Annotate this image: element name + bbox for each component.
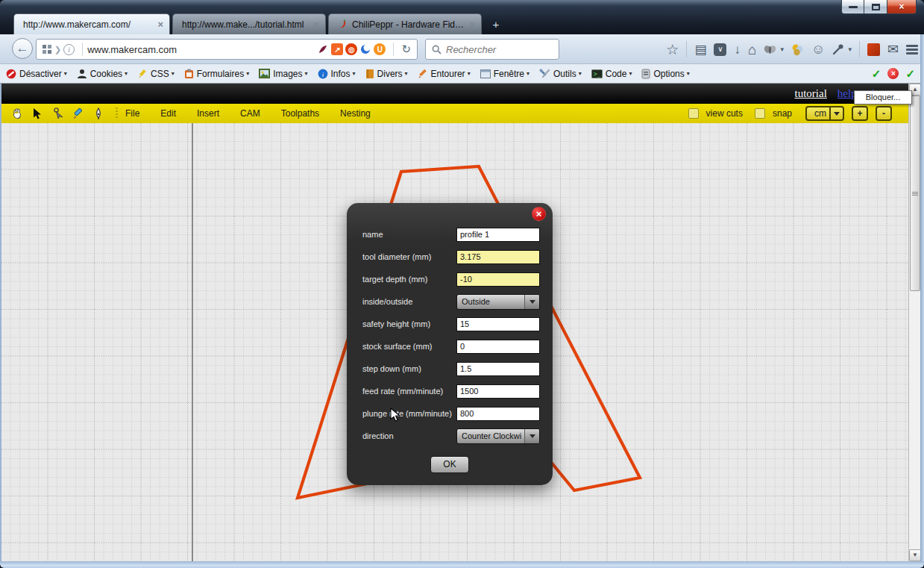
view-cuts-checkbox[interactable] <box>688 108 699 119</box>
moth-addon-icon[interactable] <box>764 44 776 55</box>
direction-dropdown[interactable]: Counter Clockwi <box>456 428 540 444</box>
devbar-item-view-source[interactable]: >_ Code▾ <box>591 69 632 79</box>
close-window-button[interactable]: × <box>887 0 917 14</box>
devbar-item-miscellaneous[interactable]: Divers▾ <box>365 69 408 79</box>
field-label: name <box>362 230 456 239</box>
scrollbar-thumb[interactable] <box>910 96 920 291</box>
tools-icon <box>539 69 550 79</box>
mail-icon[interactable]: ✉ <box>887 43 899 56</box>
target-depth-input[interactable] <box>456 272 540 287</box>
divider <box>116 107 118 119</box>
new-tab-button[interactable]: + <box>487 17 505 32</box>
menu-nesting[interactable]: Nesting <box>340 108 371 119</box>
snap-label: snap <box>773 108 792 119</box>
step-down-input[interactable] <box>456 362 540 376</box>
chevron-down-icon <box>524 295 539 309</box>
menu-edit[interactable]: Edit <box>160 108 176 119</box>
devbar-item-disable[interactable]: Désactiver▾ <box>6 69 67 79</box>
units-value: cm <box>807 108 829 119</box>
safety-height-input[interactable] <box>456 317 540 331</box>
snap-checkbox[interactable] <box>755 108 765 119</box>
stock-surface-input[interactable] <box>456 340 540 354</box>
scroll-down-button[interactable]: ▼ <box>909 549 921 561</box>
view-options: view cuts snap cm + - <box>688 106 892 121</box>
tutorial-link[interactable]: tutorial <box>795 87 827 100</box>
plunge-rate-input[interactable] <box>456 407 540 421</box>
field-label: target depth (mm) <box>362 275 456 284</box>
search-input[interactable] <box>446 44 543 55</box>
smiley-icon[interactable]: ☺ <box>811 43 825 56</box>
devbar-item-images[interactable]: Images▾ <box>259 69 307 79</box>
search-bar[interactable] <box>425 39 559 60</box>
devbar-item-css[interactable]: CSS▾ <box>137 69 175 79</box>
pan-tool-icon[interactable] <box>10 107 25 121</box>
circle-addon-icon[interactable]: ◎ <box>345 43 357 55</box>
zoom-in-button[interactable]: + <box>852 106 868 121</box>
devbar-item-options[interactable]: Options▾ <box>641 69 689 79</box>
menu-insert[interactable]: Insert <box>197 108 219 119</box>
inside-outside-dropdown[interactable]: Outside <box>456 294 540 310</box>
tab-tutorial[interactable]: http://www.make.../tutorial.html × <box>172 13 326 34</box>
menu-icon[interactable] <box>906 45 918 54</box>
menu-cam[interactable]: CAM <box>240 108 260 119</box>
tab-chilipeppr[interactable]: ChiliPeppr - Hardware Fiddle × <box>328 13 482 34</box>
devbar-item-information[interactable]: i Infos▾ <box>318 69 356 79</box>
menu-toolpaths[interactable]: Toolpaths <box>281 108 319 119</box>
field-row-tool-diameter: tool diameter (mm) <box>347 246 553 268</box>
url-bar[interactable]: ❯ i www.makercam.com ↗ ◎ U ↻ <box>36 39 418 60</box>
node-select-tool-icon[interactable] <box>51 107 65 121</box>
site-identity-button[interactable]: ❯ i <box>37 44 78 55</box>
person-icon <box>77 69 87 79</box>
eyedropper-icon[interactable] <box>832 43 844 55</box>
smiley-addon-icon[interactable]: U <box>374 43 386 55</box>
units-dropdown[interactable]: cm <box>805 106 844 121</box>
tab-close-icon[interactable]: × <box>469 19 475 30</box>
devbar-item-forms[interactable]: Formulaires▾ <box>184 69 249 79</box>
window-border-bottom <box>0 561 924 568</box>
pocket-icon[interactable]: ∨ <box>714 43 726 56</box>
menu-file[interactable]: File <box>125 108 139 119</box>
pen-tool-icon[interactable] <box>91 107 105 121</box>
valid-check-icon[interactable]: ✓ <box>872 67 881 81</box>
chevron-down-icon[interactable]: ▾ <box>848 46 852 53</box>
maximize-button[interactable] <box>864 0 887 14</box>
devbar-item-tools[interactable]: Outils▾ <box>539 69 582 79</box>
swirl-addon-icon[interactable] <box>359 43 371 55</box>
tab-title: http://www.make.../tutorial.html <box>182 19 309 30</box>
tab-close-icon[interactable]: × <box>313 19 319 30</box>
identity-chevron-icon: ❯ <box>54 45 61 54</box>
minimize-button[interactable] <box>841 0 864 14</box>
search-icon <box>432 45 441 54</box>
url-text[interactable]: www.makercam.com <box>87 44 317 55</box>
reload-icon[interactable]: ↻ <box>401 43 411 56</box>
ok-button[interactable]: OK <box>430 456 469 473</box>
info-icon[interactable]: i <box>63 44 75 55</box>
error-icon[interactable]: × <box>887 68 899 79</box>
bookmark-star-icon[interactable]: ☆ <box>666 43 679 57</box>
tab-close-icon[interactable]: × <box>157 19 163 30</box>
red-square-addon-icon[interactable] <box>867 43 880 56</box>
devbar-item-resize[interactable]: Fenêtre▾ <box>480 69 529 79</box>
home-icon[interactable]: ⌂ <box>748 43 756 57</box>
reading-list-icon[interactable]: ▤ <box>694 43 706 56</box>
valid-check-icon[interactable]: ✓ <box>905 67 915 81</box>
zoom-out-button[interactable]: - <box>876 106 892 121</box>
feather-addon-icon[interactable] <box>317 43 329 55</box>
chevron-down-icon[interactable]: ▾ <box>780 46 784 53</box>
feed-rate-input[interactable] <box>456 384 540 399</box>
devbar-item-cookies[interactable]: Cookies▾ <box>77 69 128 79</box>
back-button[interactable]: ← <box>12 38 33 59</box>
devbar-item-outline[interactable]: Entourer▾ <box>418 69 471 79</box>
name-input[interactable] <box>456 228 540 242</box>
vertical-scrollbar[interactable]: ▲ ▼ <box>908 84 920 561</box>
downloads-icon[interactable]: ↓ <box>734 43 741 56</box>
toolbar-icons: ☆ ▤ ∨ ↓ ⌂ ▾ ☺ ▾ ✉ <box>666 38 918 60</box>
dialog-close-button[interactable]: × <box>532 207 546 221</box>
tool-diameter-input[interactable] <box>456 250 540 264</box>
pencil-tool-icon[interactable] <box>71 107 85 121</box>
minimize-icon <box>849 6 858 8</box>
tab-makercam[interactable]: http://www.makercam.com/ × <box>13 13 170 34</box>
downloadhelper-icon[interactable] <box>791 43 804 56</box>
select-tool-icon[interactable] <box>31 107 45 121</box>
arrow-addon-icon[interactable]: ↗ <box>331 43 343 55</box>
